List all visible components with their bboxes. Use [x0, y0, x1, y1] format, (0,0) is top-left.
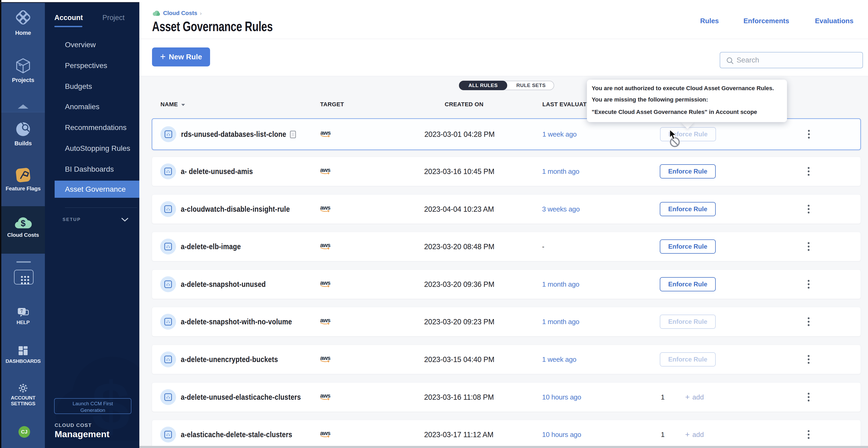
- svg-text:‹˝›: ‹˝›: [166, 320, 170, 324]
- svg-text:‹˝›: ‹˝›: [166, 208, 170, 211]
- svg-text:‹˝›: ‹˝›: [166, 245, 170, 249]
- svg-text:‹˝›: ‹˝›: [166, 283, 170, 287]
- svg-text:‹˝›: ‹˝›: [166, 358, 170, 362]
- svg-text:‹˝›: ‹˝›: [166, 433, 170, 437]
- svg-text:‹˝›: ‹˝›: [166, 395, 170, 400]
- svg-text:‹˝›: ‹˝›: [167, 133, 170, 137]
- svg-text:‹˝›: ‹˝›: [166, 170, 170, 174]
- svg-text:$: $: [21, 218, 25, 228]
